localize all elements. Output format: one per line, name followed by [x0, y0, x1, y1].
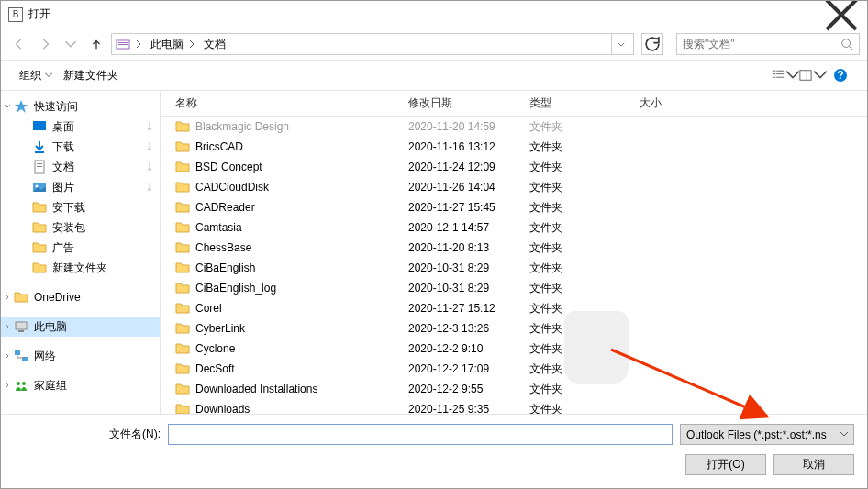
sidebar-folder[interactable]: 安装包: [1, 217, 160, 238]
folder-icon: [175, 402, 190, 414]
file-date: 2020-12-2 17:09: [403, 362, 524, 375]
table-row[interactable]: Downloads2020-11-25 9:35文件夹: [170, 399, 867, 414]
window-title: 打开: [28, 6, 823, 22]
file-type: 文件夹: [524, 402, 634, 415]
sidebar-this-pc[interactable]: 此电脑: [1, 317, 160, 337]
table-row[interactable]: CyberLink2020-12-3 13:26文件夹: [170, 318, 867, 339]
svg-rect-4: [773, 71, 776, 72]
filename-input[interactable]: [168, 424, 673, 445]
open-button[interactable]: 打开(O): [685, 454, 766, 475]
file-name: Downloaded Installations: [195, 383, 317, 395]
breadcrumb-root[interactable]: [130, 34, 147, 54]
file-list: 名称 修改日期 类型 大小 Blackmagic Design2020-11-2…: [161, 91, 867, 414]
breadcrumb-dropdown[interactable]: [611, 34, 629, 54]
column-size[interactable]: 大小: [634, 91, 726, 116]
search-input[interactable]: [676, 33, 860, 55]
sidebar-onedrive[interactable]: OneDrive: [1, 287, 160, 307]
table-row[interactable]: CADCloudDisk2020-11-26 14:04文件夹: [170, 177, 867, 197]
close-button[interactable]: [823, 1, 860, 28]
file-date: 2020-11-20 8:13: [403, 241, 524, 254]
table-row[interactable]: BSD Concept2020-11-24 12:09文件夹: [170, 157, 867, 177]
sidebar-downloads[interactable]: 下载: [1, 137, 160, 157]
file-type: 文件夹: [524, 240, 634, 256]
sidebar-quick-access[interactable]: 快速访问: [1, 96, 160, 117]
svg-rect-22: [15, 350, 20, 355]
pin-icon: [145, 142, 154, 151]
chevron-right-icon[interactable]: [3, 293, 12, 302]
table-row[interactable]: Blackmagic Design2020-11-20 14:59文件夹: [170, 117, 867, 137]
help-button[interactable]: ?: [827, 63, 854, 87]
svg-rect-2: [118, 44, 128, 45]
file-type: 文件夹: [524, 200, 634, 216]
sidebar-folder[interactable]: 广告: [1, 238, 160, 258]
nav-up-button[interactable]: [85, 33, 107, 55]
file-date: 2020-11-16 13:12: [403, 140, 524, 153]
file-type: 文件夹: [524, 160, 634, 175]
svg-point-25: [22, 382, 26, 385]
folder-icon: [175, 261, 190, 275]
nav-forward-button[interactable]: [34, 33, 56, 55]
file-name: BricsCAD: [195, 140, 243, 153]
svg-point-3: [842, 39, 851, 48]
sidebar-documents[interactable]: 文档: [1, 157, 160, 177]
breadcrumb-segment[interactable]: 文档: [200, 34, 229, 54]
nav-recent-button[interactable]: [60, 33, 82, 55]
svg-rect-6: [773, 73, 776, 74]
chevron-right-icon[interactable]: [3, 381, 12, 390]
file-date: 2020-12-2 9:55: [403, 383, 524, 395]
download-icon: [32, 139, 47, 154]
search-field[interactable]: [683, 38, 840, 50]
svg-rect-21: [18, 330, 24, 332]
table-row[interactable]: DecSoft2020-12-2 17:09文件夹: [170, 359, 867, 379]
document-icon: [32, 160, 47, 174]
file-name: ChessBase: [195, 241, 251, 254]
preview-pane-button[interactable]: [799, 63, 827, 87]
folder-icon: [175, 200, 190, 215]
folder-icon: [175, 180, 190, 194]
file-list-body[interactable]: Blackmagic Design2020-11-20 14:59文件夹Bric…: [161, 117, 867, 414]
view-options-button[interactable]: [772, 63, 799, 87]
sidebar-folder[interactable]: 新建文件夹: [1, 258, 160, 278]
breadcrumb[interactable]: 此电脑 文档: [111, 33, 634, 55]
table-row[interactable]: Corel2020-11-27 15:12文件夹: [170, 298, 867, 318]
table-row[interactable]: Cyclone2020-12-2 9:10文件夹: [170, 339, 867, 359]
file-date: 2020-11-27 15:45: [403, 201, 524, 214]
svg-rect-10: [800, 71, 811, 81]
column-date[interactable]: 修改日期: [403, 91, 524, 116]
table-row[interactable]: ChessBase2020-11-20 8:13文件夹: [170, 238, 867, 258]
file-name: CiBaEnglish_log: [195, 282, 276, 295]
computer-icon: [14, 319, 28, 334]
file-type: 文件夹: [524, 139, 634, 155]
sidebar-desktop[interactable]: 桌面: [1, 117, 160, 137]
file-type-filter[interactable]: Outlook Files (*.pst;*.ost;*.ns: [680, 424, 854, 445]
cancel-button[interactable]: 取消: [773, 454, 854, 475]
organize-button[interactable]: 组织: [14, 63, 58, 87]
column-type[interactable]: 类型: [524, 91, 634, 116]
chevron-right-icon[interactable]: [3, 322, 12, 331]
table-row[interactable]: BricsCAD2020-11-16 13:12文件夹: [170, 137, 867, 157]
new-folder-button[interactable]: 新建文件夹: [58, 63, 124, 87]
chevron-down-icon[interactable]: [3, 102, 12, 111]
sidebar-folder[interactable]: 安下载: [1, 197, 160, 217]
table-row[interactable]: Downloaded Installations2020-12-2 9:55文件…: [170, 379, 867, 399]
nav-back-button[interactable]: [8, 33, 30, 55]
chevron-right-icon[interactable]: [3, 351, 12, 361]
refresh-button[interactable]: [641, 33, 663, 55]
svg-rect-17: [37, 166, 42, 167]
sidebar-pictures[interactable]: 图片: [1, 177, 160, 197]
column-name[interactable]: 名称: [170, 91, 403, 116]
table-row[interactable]: CiBaEnglish_log2020-10-31 8:29文件夹: [170, 278, 867, 298]
file-name: CADReader: [195, 201, 255, 214]
table-row[interactable]: CiBaEnglish2020-10-31 8:29文件夹: [170, 258, 867, 278]
breadcrumb-segment[interactable]: 此电脑: [147, 34, 200, 54]
table-row[interactable]: CADReader2020-11-27 15:45文件夹: [170, 197, 867, 217]
file-date: 2020-11-25 9:35: [403, 403, 524, 414]
content-area: 快速访问 桌面 下载 文档 图片 安下载 安装包 广告 新建文件夹 OneDri…: [1, 91, 867, 414]
table-row[interactable]: Camtasia2020-12-1 14:57文件夹: [170, 217, 867, 238]
sidebar-homegroup[interactable]: 家庭组: [1, 375, 160, 395]
file-name: Cyclone: [195, 342, 235, 355]
file-date: 2020-12-1 14:57: [403, 221, 524, 234]
file-name: Corel: [195, 302, 222, 315]
sidebar-network[interactable]: 网络: [1, 346, 160, 366]
folder-icon: [175, 341, 190, 356]
